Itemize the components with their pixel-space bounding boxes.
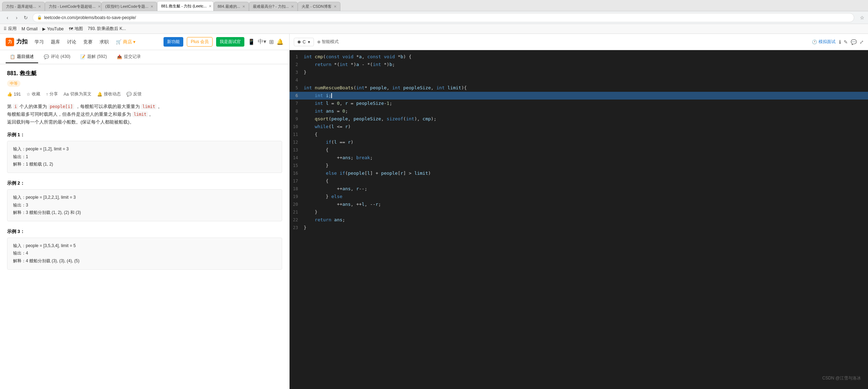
example-1-input: 输入：people = [1,2], limit = 3	[13, 145, 276, 153]
code-editor[interactable]: 1 int cmp(const void *a, const void *b) …	[290, 50, 868, 389]
line-num-13: 13	[290, 146, 304, 154]
tab-solutions[interactable]: 📝 题解 (592)	[76, 51, 111, 63]
line-num-12: 12	[290, 138, 304, 146]
browser-tabs-bar: 力扣 - 题库超链... ✕ 力扣 - LeetCode专题超链... ✕ (双…	[0, 0, 868, 11]
interview-button[interactable]: 我是面试官	[216, 37, 244, 47]
code-line-9: 9 qsort(people, peopleSize, sizeof(int),…	[290, 115, 868, 123]
difficulty-badge: 中等	[7, 80, 20, 87]
info-icon[interactable]: ℹ	[839, 39, 841, 45]
tab-6-close[interactable]: ✕	[291, 5, 294, 8]
nav-icons: 📱 中▾ ⊞ 🔔	[248, 38, 284, 46]
clock-icon: 🕐	[812, 40, 817, 44]
tab-submissions-icon: 📤	[117, 54, 122, 59]
code-line-10: 10 while(l <= r)	[290, 123, 868, 131]
switch-lang-action[interactable]: Aa 切换为英文	[64, 91, 91, 97]
code-line-23: 23 }	[290, 224, 868, 232]
code-line-7: 7 int l = 0, r = peopleSize-1;	[290, 100, 868, 107]
tab-submissions[interactable]: 📤 提交记录	[113, 51, 145, 63]
subscribe-action[interactable]: 🔔 接收动态	[97, 91, 121, 97]
tab-2[interactable]: 力扣 - LeetCode专题超链... ✕	[45, 2, 101, 11]
line-num-1: 1	[290, 53, 304, 61]
tab-3-close[interactable]: ✕	[150, 5, 153, 8]
line-num-6: 6	[290, 92, 304, 100]
nav-links: 学习 题库 讨论 竞赛 求职 🛒 商店 ▾	[35, 37, 136, 47]
new-feature-button[interactable]: 新功能	[164, 37, 183, 47]
ai-mode-selector[interactable]: 智能模式	[317, 39, 339, 45]
logo[interactable]: 力 力扣	[6, 38, 28, 46]
tab-solutions-icon: 📝	[80, 54, 85, 59]
nav-discuss[interactable]: 讨论	[67, 37, 76, 47]
line-content-6: int i;	[304, 92, 868, 100]
code-line-11: 11 {	[290, 131, 868, 138]
problem-title: 881. 救生艇	[7, 70, 282, 77]
plus-member-button[interactable]: Plus 会员	[187, 37, 213, 47]
extra-bookmark[interactable]: 793. 阶乘函数后 K...	[88, 26, 126, 32]
forward-button[interactable]: ›	[13, 14, 20, 22]
lang-switch[interactable]: 中▾	[258, 38, 266, 46]
problem-content: 881. 救生艇 中等 👍 191 ☆ 收藏 ↑ 分享 Aa	[0, 64, 289, 389]
tab-4[interactable]: 881.救生艇 - 力扣 (Leetc... ✕	[157, 1, 214, 11]
fullscreen-icon[interactable]: ⊞	[269, 38, 274, 45]
tab-7[interactable]: 火星 - CSDN博客 ✕	[298, 2, 340, 11]
code-line-19: 19 } else	[290, 193, 868, 201]
line-num-3: 3	[290, 68, 304, 76]
tab-submissions-label: 提交记录	[124, 54, 141, 60]
language-selector[interactable]: C ▾	[294, 38, 314, 46]
comment-icon[interactable]: 💬	[851, 39, 857, 45]
address-bar[interactable]: 🔒 leetcode-cn.com/problems/boats-to-save…	[32, 13, 854, 22]
tab-5-close[interactable]: ✕	[242, 5, 245, 8]
feedback-action[interactable]: 💬 反馈	[126, 91, 142, 97]
tab-3[interactable]: (双指针) LeetCode专题... ✕	[101, 2, 157, 11]
bell-icon: 🔔	[97, 92, 102, 97]
tab-6[interactable]: 最难最高分? - 力扣... ✕	[249, 2, 298, 11]
back-button[interactable]: ‹	[4, 14, 11, 22]
example-3-explanation: 解释：4 艘船分别载 (3), (3), (4), (5)	[13, 257, 276, 265]
code-line-20: 20 ++ans, ++l, --r;	[290, 201, 868, 208]
example-3-title: 示例 3：	[7, 228, 282, 235]
collect-action[interactable]: ☆ 收藏	[26, 91, 40, 97]
watermark: CSDN @江雪与洛冰	[822, 374, 861, 382]
line-content-20: ++ans, ++l, --r;	[304, 201, 868, 208]
tab-comments[interactable]: 💬 评论 (430)	[40, 51, 75, 63]
tab-3-label: (双指针) LeetCode专题...	[105, 4, 148, 9]
nav-problems[interactable]: 题库	[51, 37, 60, 47]
nav-shop[interactable]: 🛒 商店 ▾	[116, 37, 136, 47]
share-action[interactable]: ↑ 分享	[46, 91, 58, 97]
gmail-bookmark[interactable]: M Gmail	[22, 26, 37, 31]
nav-contest[interactable]: 竞赛	[83, 37, 93, 47]
apps-icon[interactable]: ⠿ 应用	[4, 26, 17, 32]
example-2-output: 输出：3	[13, 202, 276, 209]
editor-action-icons: ℹ ✎ 💬 ⤢	[839, 39, 864, 45]
tab-7-close[interactable]: ✕	[334, 5, 337, 8]
tab-4-close[interactable]: ✕	[209, 4, 212, 8]
tab-1-close[interactable]: ✕	[38, 5, 41, 8]
right-panel: C ▾ 智能模式 🕐 模拟面试 ℹ ✎ 💬 ⤢ 1	[290, 34, 868, 389]
nav-jobs[interactable]: 求职	[100, 37, 109, 47]
notification-icon[interactable]: 🔔	[277, 38, 284, 45]
like-count: 191	[14, 92, 21, 97]
tab-5[interactable]: 884.最难的... ✕	[214, 2, 249, 11]
youtube-bookmark[interactable]: ▶ YouTube	[42, 26, 64, 31]
mock-interview-button[interactable]: 🕐 模拟面试	[812, 39, 836, 45]
tab-1[interactable]: 力扣 - 题库超链... ✕	[2, 2, 45, 11]
like-action[interactable]: 👍 191	[7, 92, 21, 97]
maps-bookmark[interactable]: 🗺 地图	[69, 26, 83, 32]
tab-problem-desc[interactable]: 📋 题目描述	[6, 51, 38, 63]
pen-icon[interactable]: ✎	[844, 39, 848, 45]
code-line-15: 15 }	[290, 162, 868, 169]
line-num-5: 5	[290, 84, 304, 92]
lang-label: C	[303, 40, 306, 44]
bookmark-star-icon[interactable]: ☆	[860, 15, 864, 20]
example-3-box: 输入：people = [3,5,3,4], limit = 5 输出：4 解释…	[7, 238, 282, 270]
reload-button[interactable]: ↻	[22, 14, 30, 22]
example-2-explanation: 解释：3 艘船分别载 (1, 2), (2) 和 (3)	[13, 209, 276, 217]
code-line-4: 4	[290, 76, 868, 84]
code-line-2: 2 return *(int *)a - *(int *)b;	[290, 61, 868, 68]
nav-learn[interactable]: 学习	[35, 37, 44, 47]
mobile-icon[interactable]: 📱	[248, 38, 255, 45]
line-content-12: if(l == r)	[304, 138, 868, 146]
tab-2-close[interactable]: ✕	[98, 5, 101, 8]
line-content-23: }	[304, 224, 868, 232]
expand-icon[interactable]: ⤢	[860, 39, 864, 45]
site-navbar: 力 力扣 学习 题库 讨论 竞赛 求职 🛒 商店 ▾ 新功能 Plus 会员 我…	[0, 34, 289, 50]
